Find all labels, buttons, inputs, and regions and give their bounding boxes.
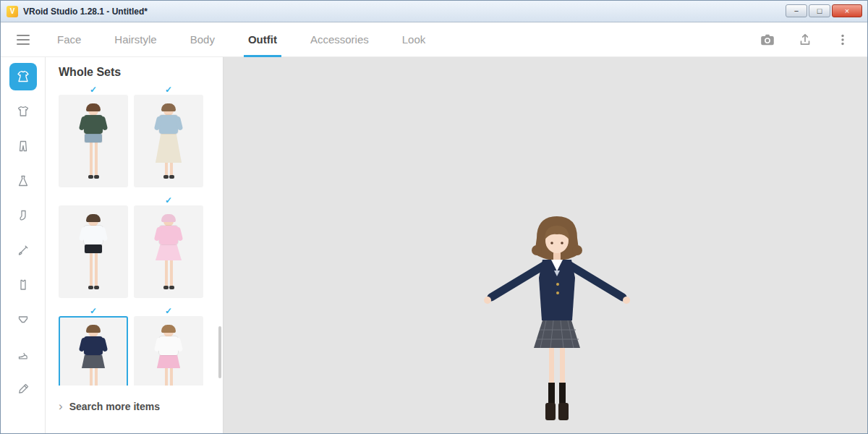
navbar-actions [759,22,851,56]
sidebar-item-shoes[interactable] [9,341,37,368]
3d-viewport[interactable] [224,57,867,433]
maximize-button[interactable]: □ [809,4,830,17]
outfit-thumbnail[interactable] [134,95,203,187]
outfit-thumbnail[interactable] [59,316,128,386]
more-options-button[interactable] [834,31,851,48]
top-navbar: Face Hairstyle Body Outfit Accessories L… [1,22,867,57]
editor-tabs: Face Hairstyle Body Outfit Accessories L… [57,22,425,56]
sidebar-item-underwear[interactable] [9,306,37,333]
close-button[interactable]: × [832,4,862,17]
tab-body[interactable]: Body [190,22,215,56]
outfit-thumbnail-figure [75,323,111,386]
tab-accessories[interactable]: Accessories [310,22,369,56]
checkmark-icon: ✓ [134,306,203,316]
sidebar-item-legwear[interactable] [9,202,37,229]
outfit-cell: ✓ [59,306,128,386]
sidebar-item-inner[interactable] [9,271,37,299]
titlebar: V VRoid Studio 1.28.1 - Untitled* − □ × [1,1,867,22]
outfit-thumbnail-figure [75,102,111,183]
vroid-app-icon: V [7,6,18,17]
window-controls: − □ × [786,4,862,17]
underwear-icon [16,312,30,327]
minimize-button[interactable]: − [786,4,807,17]
outfit-grid: ✓ ✓ [46,83,223,386]
outfit-thumbnail[interactable] [134,316,203,386]
outfit-thumbnail-figure [150,323,187,386]
export-button[interactable] [796,31,814,48]
sidebar-item-one-piece[interactable] [9,167,37,195]
outfit-category-sidebar [1,57,46,433]
inner-vest-icon [16,278,30,292]
bottoms-icon [16,139,30,153]
sidebar-item-brush[interactable] [9,237,37,264]
tab-hairstyle[interactable]: Hairstyle [114,22,156,56]
chevron-right-icon: › [59,399,63,414]
sidebar-item-bottoms[interactable] [9,132,37,160]
outfit-cell: ✓ [134,85,203,187]
panel-title: Whole Sets [59,66,223,79]
outfit-thumbnail[interactable] [59,95,128,187]
kebab-menu-icon [835,33,850,47]
whole-sets-icon [16,69,30,84]
outfit-thumbnail-figure [150,102,187,183]
scrollbar-thumb[interactable] [218,326,221,378]
window-title: VRoid Studio 1.28.1 - Untitled* [23,7,148,17]
checkmark-icon: ✓ [59,306,128,316]
pencil-icon [16,382,30,396]
search-more-label: Search more items [69,401,160,412]
outfit-thumbnail[interactable] [59,205,128,298]
outfit-thumbnail[interactable] [134,205,203,298]
tab-look[interactable]: Look [402,22,426,56]
app-window: V VRoid Studio 1.28.1 - Untitled* − □ × … [0,0,868,434]
outfit-thumbnail-figure [75,213,111,294]
sidebar-item-tops[interactable] [9,98,37,125]
shoes-icon [16,347,30,362]
hamburger-menu-icon[interactable] [17,22,33,56]
one-piece-icon [16,174,30,188]
sidebar-item-pencil[interactable] [9,375,37,403]
outfit-cell: ✓ [134,306,203,386]
checkmark-icon: ✓ [59,85,128,95]
tab-face[interactable]: Face [57,22,81,56]
character-model[interactable] [474,209,640,422]
outfit-thumbnail-figure [150,213,187,294]
sidebar-item-whole-sets[interactable] [9,63,37,90]
outfit-cell: ✓ [134,195,203,298]
tab-outfit[interactable]: Outfit [248,22,277,56]
checkmark-icon: ✓ [134,195,203,205]
camera-button[interactable] [759,31,776,48]
brush-icon [16,243,30,258]
search-more-items[interactable]: › Search more items [46,386,223,427]
legwear-sock-icon [16,208,30,223]
outfit-cell: ✓ [59,85,128,187]
export-icon [797,32,813,48]
tops-icon [16,104,30,119]
checkmark-icon: ✓ [134,85,203,95]
main-content: Whole Sets ✓ ✓ [1,57,867,433]
outfit-cell: ✓ [59,195,128,298]
items-panel: Whole Sets ✓ ✓ [46,57,224,433]
camera-icon [760,32,775,48]
